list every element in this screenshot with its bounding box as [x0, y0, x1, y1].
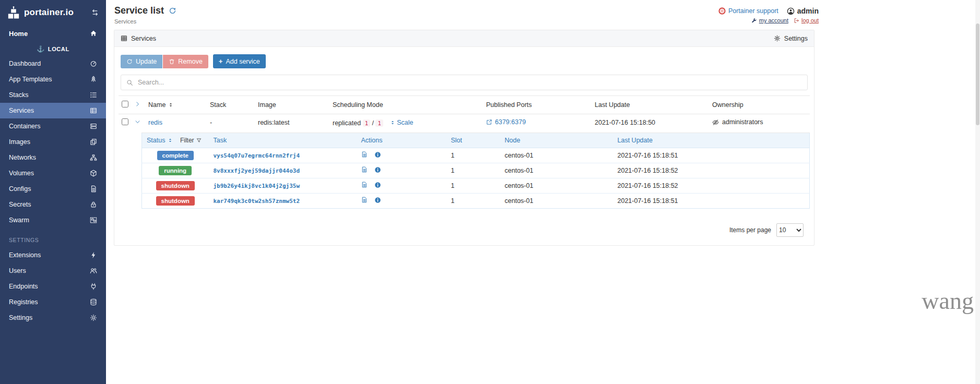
refresh-icon[interactable]: [169, 7, 176, 15]
column-header-stack[interactable]: Stack: [207, 96, 255, 114]
task-inspect-info-icon[interactable]: [374, 182, 381, 188]
nav-label: Dashboard: [9, 60, 41, 67]
sidebar-item-services[interactable]: Services: [0, 103, 106, 118]
sort-icon: [168, 102, 173, 107]
items-per-page-select[interactable]: 10: [776, 223, 804, 237]
sidebar-item-extensions[interactable]: Extensions: [0, 247, 106, 263]
column-header-published-ports[interactable]: Published Ports: [483, 96, 592, 114]
endpoint-local[interactable]: ⚓ LOCAL: [0, 42, 106, 56]
remove-label: Remove: [178, 58, 203, 65]
update-button[interactable]: Update: [121, 55, 162, 68]
service-name-link[interactable]: redis: [148, 119, 162, 126]
search-input[interactable]: [138, 79, 802, 86]
status-badge: shutdown: [156, 181, 195, 190]
row-checkbox[interactable]: [122, 118, 128, 125]
task-logs-icon[interactable]: [361, 182, 368, 188]
watermark: wang: [922, 287, 974, 315]
sidebar-item-containers[interactable]: Containers: [0, 118, 106, 134]
task-id-link[interactable]: kar749qk3c0tw2sh57znmw5t2: [214, 198, 300, 205]
file-icon: [90, 185, 97, 193]
gear-icon: [774, 35, 781, 42]
update-label: Update: [136, 58, 157, 65]
task-slot: 1: [446, 193, 500, 208]
sign-out-icon: [794, 18, 799, 23]
task-id-link[interactable]: jb9b26y4ikj8vc1k04j2gj35w: [214, 183, 300, 189]
portainer-support-link[interactable]: Portainer support: [718, 7, 778, 15]
table-actions: Update Remove + Add service: [119, 52, 810, 69]
task-inspect-info-icon[interactable]: [374, 197, 381, 203]
task-logs-icon[interactable]: [361, 151, 368, 158]
task-node: centos-01: [500, 193, 613, 208]
expand-all-chevron-icon[interactable]: [135, 101, 140, 107]
task-inspect-info-icon[interactable]: [374, 166, 381, 173]
task-column-node[interactable]: Node: [500, 133, 613, 148]
task-logs-icon[interactable]: [361, 197, 368, 203]
task-id-link[interactable]: vys54q07u7egrmc64rnn2frj4: [214, 152, 300, 159]
task-logs-icon[interactable]: [361, 166, 368, 173]
column-header-image[interactable]: Image: [255, 96, 329, 114]
sidebar-item-home[interactable]: Home: [0, 25, 106, 42]
sidebar-item-networks[interactable]: Networks: [0, 150, 106, 165]
nav-label: Users: [9, 267, 26, 274]
sidebar-item-volumes[interactable]: Volumes: [0, 165, 106, 181]
sidebar-item-app-templates[interactable]: App Templates: [0, 71, 106, 87]
remove-button[interactable]: Remove: [163, 55, 208, 68]
column-header-ownership[interactable]: Ownership: [709, 96, 810, 114]
widget-settings-label: Settings: [784, 35, 808, 42]
sidebar-item-swarm[interactable]: Swarm: [0, 212, 106, 228]
sidebar-item-images[interactable]: Images: [0, 134, 106, 150]
status-filter-button[interactable]: Filter: [180, 137, 202, 144]
sidebar-item-registries[interactable]: Registries: [0, 294, 106, 310]
services-table-header-row: Name Stack Image Scheduling Mode Pu: [119, 96, 810, 114]
nav-label: Configs: [9, 185, 31, 193]
column-header-scheduling-mode[interactable]: Scheduling Mode: [329, 96, 483, 114]
task-column-slot[interactable]: Slot: [446, 133, 500, 148]
sidebar-item-dashboard[interactable]: Dashboard: [0, 56, 106, 71]
task-last-update: 2021-07-16 15:18:52: [613, 178, 810, 193]
task-column-status[interactable]: Status: [147, 137, 173, 144]
task-inspect-info-icon[interactable]: [374, 151, 381, 158]
sidebar-item-endpoints[interactable]: Endpoints: [0, 279, 106, 294]
scale-link[interactable]: Scale: [390, 119, 413, 126]
published-port-link[interactable]: 6379:6379: [486, 118, 526, 126]
sidebar-item-settings[interactable]: Settings: [0, 310, 106, 326]
sidebar-item-stacks[interactable]: Stacks: [0, 87, 106, 103]
select-all-checkbox[interactable]: [122, 101, 128, 107]
task-slot: 1: [446, 148, 500, 163]
task-id-link[interactable]: 8v8xxxfj2yej59dajjr044o3d: [214, 167, 300, 174]
collapse-row-chevron-icon[interactable]: [135, 119, 140, 125]
page-title: Service list: [114, 5, 164, 16]
sidebar-item-users[interactable]: Users: [0, 263, 106, 279]
widget-header: Services Settings: [114, 30, 814, 47]
add-service-button[interactable]: + Add service: [213, 54, 266, 68]
services-table: Name Stack Image Scheduling Mode Pu: [119, 95, 810, 215]
log-out-label: log out: [801, 17, 819, 23]
wrench-icon: [751, 18, 757, 23]
log-out-link[interactable]: log out: [794, 17, 819, 23]
plus-icon: +: [219, 57, 223, 65]
services-widget: Services Settings: [114, 30, 814, 246]
my-account-link[interactable]: my account: [751, 17, 788, 23]
service-image: redis:latest: [255, 114, 329, 131]
nav-label: Registries: [9, 298, 38, 306]
column-header-name[interactable]: Name: [148, 101, 173, 109]
vertical-scrollbar[interactable]: [975, 0, 980, 384]
tasks-table: Status Filter: [141, 133, 810, 209]
sidebar-settings-heading: SETTINGS: [0, 228, 106, 247]
sidebar-toggle-icon[interactable]: [91, 9, 99, 16]
sidebar-item-configs[interactable]: Configs: [0, 181, 106, 197]
logo-row: portainer.io: [0, 0, 106, 25]
scrollbar-thumb[interactable]: [976, 23, 979, 125]
widget-settings-button[interactable]: Settings: [774, 35, 808, 42]
column-header-last-update[interactable]: Last Update: [592, 96, 709, 114]
task-column-last-update[interactable]: Last Update: [613, 133, 810, 148]
users-icon: [90, 267, 97, 274]
server-icon: [90, 123, 97, 130]
task-column-task[interactable]: Task: [209, 133, 357, 148]
app: portainer.io Home ⚓ LOCAL Dashboard A: [0, 0, 980, 384]
list-icon: [90, 91, 97, 99]
sidebar-item-secrets[interactable]: Secrets: [0, 197, 106, 212]
published-port-label: 6379:6379: [495, 118, 526, 126]
nav-label: Settings: [9, 314, 32, 321]
add-service-label: Add service: [226, 58, 259, 65]
